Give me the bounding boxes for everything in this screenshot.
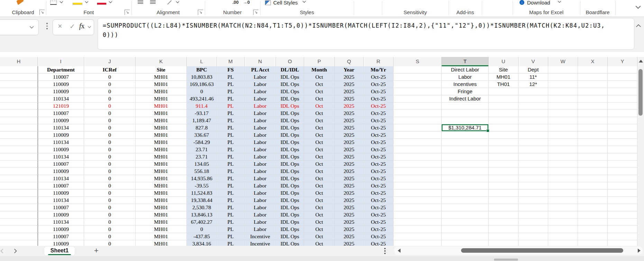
grid-cell-M4[interactable]: PL	[217, 88, 245, 95]
grid-cell-O11[interactable]: IDL Ops	[276, 139, 304, 146]
grid-cell-R24[interactable]: Oct-25	[364, 233, 394, 240]
grid-cell-P19[interactable]: Oct	[304, 197, 335, 204]
grid-cell-Q11[interactable]: 2025	[335, 139, 364, 146]
tab-sheet1[interactable]: Sheet1	[44, 246, 75, 255]
grid-cell-T20[interactable]	[442, 204, 489, 211]
grid-cell-Y16[interactable]	[608, 175, 637, 182]
grid-cell-H23[interactable]	[0, 226, 38, 233]
grid-cell-U22[interactable]	[489, 219, 518, 226]
grid-cell-Q2[interactable]: 2025	[335, 74, 364, 81]
grid-cell-Y18[interactable]	[608, 190, 637, 197]
grid-cell-T16[interactable]	[442, 175, 489, 182]
grid-cell-R7[interactable]: Oct-25	[364, 110, 394, 117]
grid-cell-V23[interactable]	[518, 226, 548, 233]
grid-cell-O6[interactable]: IDL Ops	[276, 103, 304, 110]
grid-cell-T13[interactable]	[442, 153, 489, 161]
column-header-O[interactable]: O	[276, 57, 304, 66]
grid-cell-N13[interactable]: Labor	[245, 153, 276, 161]
grid-cell-S18[interactable]	[394, 190, 442, 197]
grid-cell-I4[interactable]: 110009	[38, 88, 84, 95]
grid-cell-I15[interactable]: 110009	[38, 168, 84, 175]
grid-cell-N12[interactable]: Labor	[245, 146, 276, 153]
grid-cell-Q16[interactable]: 2025	[335, 175, 364, 182]
grid-cell-N25[interactable]: Incentive	[245, 240, 276, 246]
grid-cell-Y11[interactable]	[608, 139, 637, 146]
grid-cell-I18[interactable]: 110009	[38, 190, 84, 197]
grid-cell-M23[interactable]: PL	[217, 226, 245, 233]
grid-cell-U23[interactable]	[489, 226, 518, 233]
grid-cell-Y22[interactable]	[608, 219, 637, 226]
grid-cell-U10[interactable]	[489, 132, 518, 139]
grid-cell-R13[interactable]: Oct-25	[364, 153, 394, 161]
grid-cell-R5[interactable]: Oct-25	[364, 95, 394, 103]
grid-cell-I25[interactable]: 110009	[38, 240, 84, 246]
grid-cell-W20[interactable]	[548, 204, 578, 211]
grid-cell-O1[interactable]: DL/IDL	[276, 66, 304, 74]
grid-cell-U3[interactable]: TH01	[489, 81, 518, 88]
grid-cell-H25[interactable]	[0, 240, 38, 246]
grid-cell-N15[interactable]: Labor	[245, 168, 276, 175]
grid-cell-V11[interactable]	[518, 139, 548, 146]
grid-cell-W18[interactable]	[548, 190, 578, 197]
grid-cell-P21[interactable]: Oct	[304, 211, 335, 219]
grid-cell-M22[interactable]: PL	[217, 219, 245, 226]
grid-cell-S20[interactable]	[394, 204, 442, 211]
grid-cell-V8[interactable]	[518, 117, 548, 124]
grid-cell-U16[interactable]	[489, 175, 518, 182]
add-sheet-button[interactable]: +	[94, 246, 99, 255]
grid-cell-P16[interactable]: Oct	[304, 175, 335, 182]
grid-cell-O21[interactable]: IDL Ops	[276, 211, 304, 219]
enter-icon[interactable]: ✓	[70, 22, 75, 30]
grid-cell-W15[interactable]	[548, 168, 578, 175]
grid-cell-S12[interactable]	[394, 146, 442, 153]
grid-cell-N11[interactable]: Labor	[245, 139, 276, 146]
grid-cell-L8[interactable]: 1,189.47	[187, 117, 217, 124]
grid-cell-P1[interactable]: Month	[304, 66, 335, 74]
grid-cell-H5[interactable]	[0, 95, 38, 103]
grid-cell-U4[interactable]	[489, 88, 518, 95]
grid-cell-V2[interactable]: 11*	[518, 74, 548, 81]
grid-cell-I22[interactable]: 110134	[38, 219, 84, 226]
grid-cell-X15[interactable]	[578, 168, 608, 175]
decrease-decimal-icon[interactable]: →0	[243, 0, 250, 4]
grid-cell-M25[interactable]: PL	[217, 240, 245, 246]
grid-cell-Q10[interactable]: 2025	[335, 132, 364, 139]
grid-cell-T5[interactable]: Indirect Labor	[442, 95, 489, 103]
grid-cell-N9[interactable]: Labor	[245, 124, 276, 132]
grid-cell-Q24[interactable]: 2025	[335, 233, 364, 240]
grid-cell-L19[interactable]: 19,338.44	[187, 197, 217, 204]
column-header-S[interactable]: S	[394, 57, 442, 66]
grid-cell-K4[interactable]: MH01	[136, 88, 187, 95]
column-header-V[interactable]: V	[518, 57, 548, 66]
grid-cell-I5[interactable]: 110134	[38, 95, 84, 103]
grid-cell-V21[interactable]	[518, 211, 548, 219]
grid-cell-J1[interactable]: ICRef	[84, 66, 136, 74]
grid-cell-K23[interactable]: MH01	[136, 226, 187, 233]
grid-cell-T3[interactable]: Incentives	[442, 81, 489, 88]
grid-cell-X22[interactable]	[578, 219, 608, 226]
increase-indent-icon[interactable]	[150, 0, 156, 6]
grid-cell-P7[interactable]: Oct	[304, 110, 335, 117]
grid-cell-R16[interactable]: Oct-25	[364, 175, 394, 182]
column-header-Y[interactable]: Y	[608, 57, 637, 66]
chevron-down-icon[interactable]	[59, 1, 63, 3]
grid-cell-Q7[interactable]: 2025	[335, 110, 364, 117]
grid-cell-R20[interactable]: Oct-25	[364, 204, 394, 211]
grid-cell-K14[interactable]: MH01	[136, 161, 187, 168]
grid-cell-S4[interactable]	[394, 88, 442, 95]
grid-cell-K17[interactable]: MH01	[136, 182, 187, 190]
grid-cell-I7[interactable]: 110007	[38, 110, 84, 117]
grid-cell-K20[interactable]: MH01	[136, 204, 187, 211]
grid-cell-K22[interactable]: MH01	[136, 219, 187, 226]
grid-cell-T1[interactable]: Direct Labor	[442, 66, 489, 74]
grid-cell-T22[interactable]	[442, 219, 489, 226]
grid-cell-J14[interactable]: 0	[84, 161, 136, 168]
font-color-icon[interactable]	[97, 0, 107, 6]
grid-cell-Q6[interactable]: 2025	[335, 103, 364, 110]
grid-cell-Q13[interactable]: 2025	[335, 153, 364, 161]
grid-cell-H8[interactable]	[0, 117, 38, 124]
download-button[interactable]: Download	[527, 0, 550, 5]
grid-cell-R6[interactable]: Oct-25	[364, 103, 394, 110]
grid-cell-N24[interactable]: Incentive	[245, 233, 276, 240]
grid-cell-I12[interactable]: 110009	[38, 146, 84, 153]
